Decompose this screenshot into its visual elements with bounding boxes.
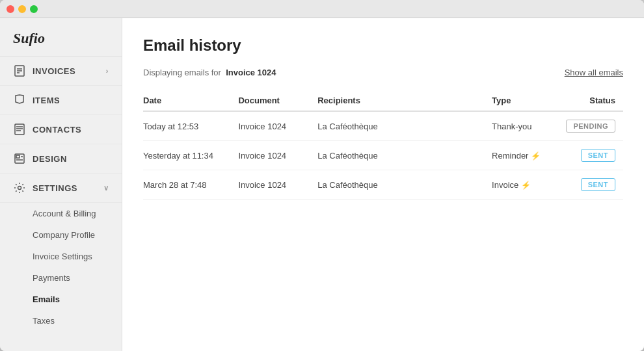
- cell-recipients: La Caféothèque: [317, 170, 492, 200]
- logo: Sufio: [13, 30, 45, 46]
- sidebar-item-invoices[interactable]: INVOICES ›: [0, 57, 122, 86]
- cell-type: Reminder ⚡: [492, 141, 565, 170]
- table-row: Yesterday at 11:34 Invoice 1024 La Caféo…: [143, 141, 623, 170]
- sidebar-label-design: DESIGN: [33, 154, 67, 164]
- sidebar-label-invoices: INVOICES: [33, 66, 75, 76]
- design-icon: [13, 152, 26, 165]
- sidebar-label-contacts: CONTACTS: [33, 125, 81, 135]
- header-type: Type: [492, 90, 565, 111]
- app-body: Sufio INVOICES ›: [0, 18, 644, 351]
- table-header-row: Date Document Recipients Type Status: [143, 90, 623, 111]
- filter-bar: Displaying emails for Invoice 1024 Show …: [143, 68, 623, 77]
- cell-status: PENDING: [565, 111, 623, 141]
- sub-item-account-billing[interactable]: Account & Billing: [0, 203, 122, 224]
- recipient-name: La Caféothèque: [317, 151, 378, 161]
- sidebar-item-items[interactable]: ITEMS: [0, 86, 122, 115]
- sub-item-taxes[interactable]: Taxes: [0, 310, 122, 332]
- main-content: Email history Displaying emails for Invo…: [122, 18, 644, 351]
- header-document: Document: [238, 90, 317, 111]
- table-row: Today at 12:53 Invoice 1024 La Caféothèq…: [143, 111, 623, 141]
- cell-document: Invoice 1024: [238, 170, 317, 200]
- items-icon: [13, 94, 26, 107]
- svg-point-12: [18, 187, 21, 190]
- sub-item-company-profile[interactable]: Company Profile: [0, 224, 122, 246]
- cell-status: SENT: [565, 141, 623, 170]
- table-head: Date Document Recipients Type Status: [143, 90, 623, 111]
- titlebar: [0, 0, 644, 18]
- type-icon: ⚡: [528, 151, 540, 161]
- sidebar: Sufio INVOICES ›: [0, 18, 122, 351]
- cell-document: Invoice 1024: [238, 141, 317, 170]
- settings-arrow: ∨: [103, 184, 109, 192]
- sidebar-label-items: ITEMS: [33, 96, 60, 105]
- cell-recipients: La Caféothèque: [317, 141, 492, 170]
- recipient-name: La Caféothèque: [317, 180, 378, 190]
- sub-item-invoice-settings[interactable]: Invoice Settings: [0, 246, 122, 267]
- cell-recipients: La Caféothèque: [317, 111, 492, 141]
- page-title: Email history: [143, 36, 623, 55]
- minimize-dot[interactable]: [18, 5, 26, 13]
- cell-type: Invoice ⚡: [492, 170, 565, 200]
- status-badge: SENT: [581, 178, 615, 191]
- email-history-table: Date Document Recipients Type Status Tod…: [143, 90, 623, 200]
- table-row: March 28 at 7:48 Invoice 1024 La Caféoth…: [143, 170, 623, 200]
- cell-type: Thank-you: [492, 111, 565, 141]
- cell-date: Today at 12:53: [143, 111, 238, 141]
- logo-area: Sufio: [0, 18, 122, 57]
- invoice-icon: [13, 64, 26, 77]
- contacts-icon: [13, 123, 26, 136]
- status-badge: PENDING: [566, 120, 615, 133]
- settings-icon: [13, 181, 26, 194]
- svg-rect-9: [16, 155, 20, 158]
- sidebar-item-contacts[interactable]: CONTACTS: [0, 115, 122, 144]
- filter-invoice: Invoice 1024: [226, 68, 276, 77]
- svg-rect-4: [15, 124, 24, 135]
- invoices-arrow: ›: [106, 67, 109, 75]
- filter-text: Displaying emails for Invoice 1024: [143, 68, 276, 77]
- cell-status: SENT: [565, 170, 623, 200]
- status-badge: SENT: [581, 149, 615, 162]
- sub-item-payments[interactable]: Payments: [0, 267, 122, 289]
- sub-item-emails[interactable]: Emails: [0, 289, 122, 310]
- recipient-name: La Caféothèque: [317, 122, 378, 131]
- header-status: Status: [565, 90, 623, 111]
- close-dot[interactable]: [7, 5, 14, 13]
- table-body: Today at 12:53 Invoice 1024 La Caféothèq…: [143, 111, 623, 200]
- app-window: Sufio INVOICES ›: [0, 0, 644, 351]
- type-icon: ⚡: [518, 181, 530, 190]
- maximize-dot[interactable]: [30, 5, 38, 13]
- sidebar-item-design[interactable]: DESIGN: [0, 144, 122, 174]
- cell-document: Invoice 1024: [238, 111, 317, 141]
- header-date: Date: [143, 90, 238, 111]
- show-all-emails-link[interactable]: Show all emails: [565, 68, 623, 77]
- cell-date: March 28 at 7:48: [143, 170, 238, 200]
- sidebar-label-settings: SETTINGS: [33, 183, 77, 193]
- cell-date: Yesterday at 11:34: [143, 141, 238, 170]
- header-recipients: Recipients: [317, 90, 492, 111]
- sidebar-item-settings[interactable]: SETTINGS ∨: [0, 174, 122, 203]
- settings-submenu: Account & Billing Company Profile Invoic…: [0, 203, 122, 332]
